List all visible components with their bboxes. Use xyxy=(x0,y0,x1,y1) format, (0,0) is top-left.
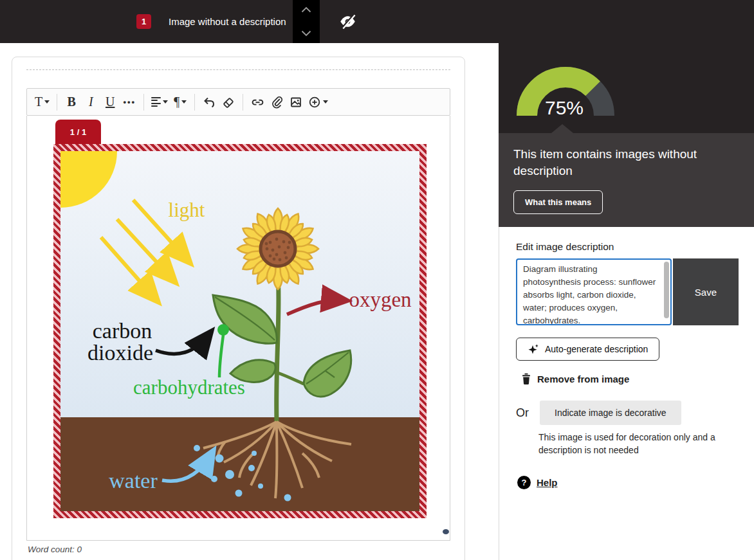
indicate-decorative-button[interactable]: Indicate image is decorative xyxy=(540,401,681,425)
carbohydrates-label: carbohydrates xyxy=(133,376,245,399)
issue-count-badge: 1 xyxy=(136,14,151,29)
insert-more-button[interactable] xyxy=(306,92,331,113)
scrollbar-thumb[interactable] xyxy=(664,262,669,318)
image-icon xyxy=(290,96,302,109)
italic-glyph: I xyxy=(89,95,93,109)
carbohydrate-dot xyxy=(217,324,229,336)
underline-button[interactable]: U xyxy=(100,92,120,113)
save-button[interactable]: Save xyxy=(673,258,739,325)
chevron-down-icon xyxy=(44,100,50,104)
description-editor-row: Diagram illustrating photosynthesis proc… xyxy=(516,258,739,325)
sparkle-icon xyxy=(528,344,539,354)
photosynthesis-diagram: light xyxy=(60,151,419,511)
undo-button[interactable] xyxy=(199,92,219,113)
editor-page: T B I U ••• ¶ xyxy=(0,43,499,560)
previous-issue-button[interactable] xyxy=(300,6,312,14)
score-value: 75% xyxy=(545,97,584,118)
accessibility-panel: Accessibility score: 75% This item conta… xyxy=(499,0,754,560)
italic-button[interactable]: I xyxy=(81,92,100,113)
question-mark-icon: ? xyxy=(517,476,531,489)
image-pager-badge: 1 / 1 xyxy=(55,120,101,145)
issue-summary-text: This item contains images without descri… xyxy=(513,146,726,179)
description-textarea-wrapper: Diagram illustrating photosynthesis proc… xyxy=(516,258,672,325)
toolbar-divider xyxy=(194,94,195,111)
bold-button[interactable]: B xyxy=(62,92,81,113)
issue-summary-section: This item contains images without descri… xyxy=(499,133,754,227)
align-button[interactable] xyxy=(149,92,170,113)
paragraph-button[interactable]: ¶ xyxy=(170,92,190,113)
drop-target-line xyxy=(26,69,450,70)
help-link[interactable]: ? Help xyxy=(517,476,739,489)
rich-text-toolbar: T B I U ••• ¶ xyxy=(26,88,450,116)
paragraph-glyph: ¶ xyxy=(174,95,179,109)
word-count: Word count: 0 xyxy=(28,545,82,554)
issue-navigation-bar: 1 Image without a description xyxy=(0,0,754,43)
edit-description-heading: Edit image description xyxy=(516,241,739,253)
issue-title: Image without a description xyxy=(169,0,286,43)
light-label: light xyxy=(169,199,205,221)
chevron-down-icon xyxy=(181,100,187,104)
insert-image-button[interactable] xyxy=(286,92,306,113)
next-issue-button[interactable] xyxy=(300,30,312,37)
hide-highlight-button[interactable] xyxy=(337,11,358,32)
eye-slash-icon xyxy=(339,13,356,30)
toolbar-divider xyxy=(143,94,144,111)
carbon-dioxide-label-line2: dioxide xyxy=(87,341,153,365)
text-style-button[interactable]: T xyxy=(32,92,52,113)
what-this-means-button[interactable]: What this means xyxy=(513,190,603,214)
link-icon xyxy=(251,96,264,109)
attach-file-button[interactable] xyxy=(267,92,286,113)
decorative-explanation: This image is used for decoration only a… xyxy=(538,431,731,456)
image-description-input[interactable]: Diagram illustrating photosynthesis proc… xyxy=(517,260,670,324)
question-card: T B I U ••• ¶ xyxy=(12,57,465,560)
help-label: Help xyxy=(537,477,558,488)
score-gauge: 75% xyxy=(514,59,617,122)
oxygen-label: oxygen xyxy=(349,288,411,311)
undo-icon xyxy=(203,96,216,109)
stem xyxy=(277,275,279,422)
eraser-icon xyxy=(222,96,235,109)
chevron-down-icon xyxy=(301,30,311,37)
bold-glyph: B xyxy=(68,95,76,109)
editor-content-area[interactable]: 1 / 1 xyxy=(26,116,450,541)
textarea-scrollbar xyxy=(664,262,669,322)
more-formatting-button[interactable]: ••• xyxy=(120,92,139,113)
resize-handle[interactable] xyxy=(443,529,449,534)
chevron-down-icon xyxy=(163,100,168,104)
decorative-option-row: Or Indicate image is decorative xyxy=(516,401,739,425)
insert-link-button[interactable] xyxy=(248,92,267,113)
auto-generate-label: Auto-generate description xyxy=(545,344,648,354)
toolbar-divider xyxy=(243,94,243,111)
align-left-icon xyxy=(151,97,161,107)
toolbar-divider xyxy=(57,94,57,111)
remove-from-image-label: Remove from image xyxy=(537,374,629,384)
trash-icon xyxy=(521,373,531,385)
soil xyxy=(60,417,419,511)
water-label: water xyxy=(109,469,158,492)
auto-generate-button[interactable]: Auto-generate description xyxy=(516,338,659,361)
clear-formatting-button[interactable] xyxy=(219,92,238,113)
underline-glyph: U xyxy=(106,95,115,109)
flagged-image[interactable]: light xyxy=(53,144,427,518)
chevron-up-icon xyxy=(301,6,311,13)
issue-pager xyxy=(293,0,320,43)
remove-from-image-button[interactable]: Remove from image xyxy=(521,373,739,385)
fix-issue-section: Edit image description Diagram illustrat… xyxy=(499,227,754,560)
text-style-glyph: T xyxy=(35,95,42,109)
or-label: Or xyxy=(516,406,529,420)
carbon-dioxide-label-line1: carbon xyxy=(93,319,152,343)
chevron-down-icon xyxy=(323,100,328,104)
paperclip-icon xyxy=(270,95,283,109)
plus-circle-icon xyxy=(308,96,321,109)
more-icon: ••• xyxy=(123,97,136,107)
